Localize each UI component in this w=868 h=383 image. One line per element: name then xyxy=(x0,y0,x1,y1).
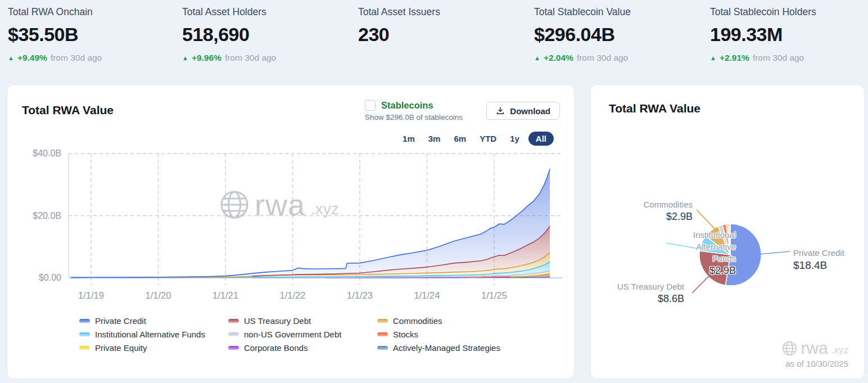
stat-value: $35.50B xyxy=(8,23,182,46)
legend-item-stocks[interactable]: Stocks xyxy=(377,330,500,339)
delta-percent: +9.49% xyxy=(17,53,47,63)
legend-item-commodities[interactable]: Commodities xyxy=(377,317,500,325)
up-triangle-icon: ▲ xyxy=(8,55,14,61)
legend-swatch xyxy=(79,346,90,350)
pie-leader-line xyxy=(692,271,715,293)
x-axis-tick: 1/1/19 xyxy=(78,290,104,300)
stat-value: 199.33M xyxy=(710,23,868,46)
as-of-date: as of 10/30/2025 xyxy=(782,359,848,368)
legend-item-private-equity[interactable]: Private Equity xyxy=(79,344,228,352)
x-axis-tick: 1/1/25 xyxy=(481,290,507,300)
download-label: Download xyxy=(510,106,550,116)
y-axis-tick: $40.0B xyxy=(33,148,61,158)
legend-label: Corporate Bonds xyxy=(244,344,308,352)
delta-percent: +2.91% xyxy=(720,53,749,63)
stat-label: Total Asset Holders xyxy=(182,6,358,18)
legend-label: Commodities xyxy=(393,317,442,325)
chart-legend: Private CreditUS Treasury DebtCommoditie… xyxy=(79,317,500,352)
legend-swatch xyxy=(228,346,239,350)
legend-label: Stocks xyxy=(393,330,418,339)
stat-total-stablecoin-holders: Total Stablecoin Holders 199.33M ▲ +2.91… xyxy=(710,6,868,63)
stat-delta: ▲ +9.96% from 30d ago xyxy=(182,53,358,63)
legend-label: Institutional Alternative Funds xyxy=(95,330,205,339)
range-button-1m[interactable]: 1m xyxy=(398,132,419,146)
pie-slice-us-treasury-debt[interactable] xyxy=(699,251,730,285)
side-watermark: rwa .xyz as of 10/30/2025 xyxy=(782,339,848,368)
pie-leader-line xyxy=(760,251,790,254)
download-icon xyxy=(496,106,505,115)
range-button-6m[interactable]: 6m xyxy=(449,132,471,146)
stat-total-asset-issuers: Total Asset Issuers 230 xyxy=(358,6,534,63)
watermark-brand: rwa xyxy=(801,339,828,358)
stat-value: $296.04B xyxy=(534,23,710,46)
x-axis-tick: 1/1/20 xyxy=(146,290,171,300)
delta-suffix: from 30d ago xyxy=(51,53,102,63)
legend-item-private-credit[interactable]: Private Credit xyxy=(79,317,228,325)
delta-percent: +2.04% xyxy=(544,53,573,63)
stablecoins-label[interactable]: Stablecoins xyxy=(381,100,433,111)
legend-swatch xyxy=(377,346,388,350)
stat-label: Total Stablecoin Value xyxy=(534,6,710,18)
stats-row: Total RWA Onchain $35.50B ▲ +9.49% from … xyxy=(0,0,868,63)
legend-swatch xyxy=(79,319,90,323)
stablecoins-sublabel: Show $296.0B of stablecoins xyxy=(365,113,463,121)
pie-slice-actively-managed-strategies[interactable] xyxy=(730,224,730,255)
legend-swatch xyxy=(79,332,90,336)
range-button-1y[interactable]: 1y xyxy=(505,132,524,146)
up-triangle-icon: ▲ xyxy=(182,55,188,61)
pie-leader-line xyxy=(666,243,701,249)
x-axis-tick: 1/1/21 xyxy=(213,290,238,300)
legend-swatch xyxy=(377,319,388,323)
rwa-composition-pie-chart[interactable] xyxy=(591,169,865,355)
delta-percent: +9.96% xyxy=(192,53,221,63)
stat-total-stablecoin-value: Total Stablecoin Value $296.04B ▲ +2.04%… xyxy=(534,6,710,63)
stat-delta: ▲ +9.49% from 30d ago xyxy=(8,53,182,63)
pie-card-title: Total RWA Value xyxy=(609,102,700,115)
stat-total-asset-holders: Total Asset Holders 518,690 ▲ +9.96% fro… xyxy=(182,6,358,63)
range-button-3m[interactable]: 3m xyxy=(424,132,445,146)
legend-swatch xyxy=(228,332,239,336)
stat-label: Total Stablecoin Holders xyxy=(710,6,868,18)
x-axis-tick: 1/1/23 xyxy=(347,290,373,300)
stat-delta: ▲ +2.91% from 30d ago xyxy=(710,53,868,63)
stacked-area-chart[interactable]: $40.0B$20.0B$0.001/1/191/1/201/1/211/1/2… xyxy=(7,148,575,317)
up-triangle-icon: ▲ xyxy=(710,55,716,61)
legend-item-us-treasury-debt[interactable]: US Treasury Debt xyxy=(228,317,377,325)
legend-item-institutional-alternative-funds[interactable]: Institutional Alternative Funds xyxy=(79,330,228,339)
stablecoins-checkbox[interactable] xyxy=(365,100,376,111)
range-button-all[interactable]: All xyxy=(528,132,554,146)
stat-value: 230 xyxy=(358,23,534,46)
stat-label: Total RWA Onchain xyxy=(8,6,182,18)
pie-slice-private-credit[interactable] xyxy=(725,224,761,286)
legend-item-actively-managed-strategies[interactable]: Actively-Managed Strategies xyxy=(377,344,500,352)
legend-label: non-US Government Debt xyxy=(244,330,341,339)
stat-total-rwa-onchain: Total RWA Onchain $35.50B ▲ +9.49% from … xyxy=(8,6,182,63)
delta-suffix: from 30d ago xyxy=(753,53,804,63)
legend-label: Private Equity xyxy=(95,344,147,352)
total-rwa-value-pie-card: Total RWA Value Commodities $2.9B Instit… xyxy=(590,84,865,379)
delta-suffix: from 30d ago xyxy=(225,53,276,63)
globe-icon xyxy=(782,341,797,356)
legend-label: US Treasury Debt xyxy=(244,317,311,325)
page-title: Total RWA Value xyxy=(22,103,114,117)
watermark-suffix: .xyz xyxy=(831,345,848,358)
x-axis-tick: 1/1/22 xyxy=(280,290,306,300)
download-button[interactable]: Download xyxy=(486,102,560,120)
delta-suffix: from 30d ago xyxy=(577,53,628,63)
stat-label: Total Asset Issuers xyxy=(358,6,534,18)
legend-item-non-us-government-debt[interactable]: non-US Government Debt xyxy=(228,330,377,339)
pie-leader-line xyxy=(697,210,721,236)
y-axis-tick: $0.00 xyxy=(39,273,61,282)
legend-label: Private Credit xyxy=(95,317,146,325)
range-button-ytd[interactable]: YTD xyxy=(475,132,501,146)
stat-value: 518,690 xyxy=(182,23,358,46)
stat-delta: ▲ +2.04% from 30d ago xyxy=(534,53,710,63)
total-rwa-value-chart-card: Total RWA Value Stablecoins Show $296.0B… xyxy=(7,84,575,379)
legend-swatch xyxy=(228,319,239,323)
stablecoins-toggle-group: Stablecoins Show $296.0B of stablecoins xyxy=(365,100,463,121)
time-range-selector: 1m3m6mYTD1yAll xyxy=(398,132,554,146)
legend-swatch xyxy=(377,332,388,336)
up-triangle-icon: ▲ xyxy=(534,55,540,61)
legend-item-corporate-bonds[interactable]: Corporate Bonds xyxy=(228,344,377,352)
y-axis-tick: $20.0B xyxy=(33,211,61,220)
